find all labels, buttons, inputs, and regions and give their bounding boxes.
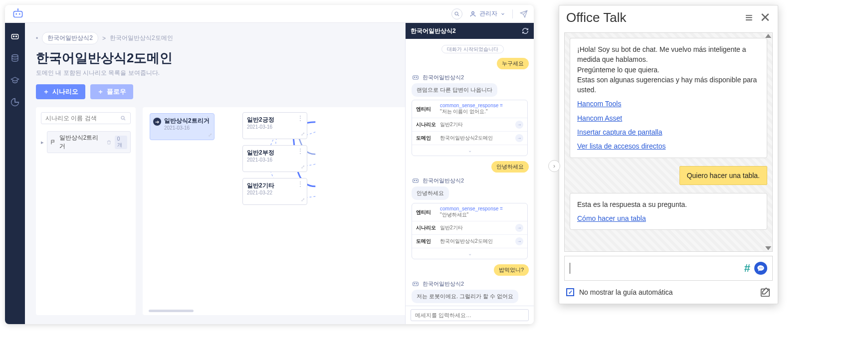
ot-title-bar: Office Talk ≡ ✕ bbox=[559, 5, 778, 29]
tree-item[interactable]: 일반상식2트리거 0개 bbox=[47, 131, 131, 153]
scenario-search[interactable] bbox=[41, 112, 131, 124]
nav-bot-icon[interactable] bbox=[9, 31, 20, 42]
breadcrumb-item-1[interactable]: 한국어일반상식2 bbox=[42, 32, 98, 44]
svg-point-20 bbox=[416, 180, 417, 181]
chat-test-panel: 한국어일반상식2 대화가 시작되었습니다 누구세요 한국어일반상식2 랜덤으로 … bbox=[405, 23, 534, 324]
ot-link-1[interactable]: Hancom Tools bbox=[577, 99, 760, 109]
close-icon[interactable]: ✕ bbox=[760, 10, 771, 25]
go-icon[interactable]: → bbox=[515, 121, 523, 129]
bot-icon bbox=[412, 280, 420, 288]
svg-point-4 bbox=[17, 8, 19, 9]
resize-icon[interactable]: ⤢ bbox=[301, 197, 305, 202]
start-badge-icon: ➔ bbox=[153, 118, 161, 126]
svg-point-17 bbox=[416, 77, 417, 78]
send-icon[interactable] bbox=[520, 10, 528, 18]
user-message: 밥먹었니? bbox=[412, 264, 529, 276]
flow-node-3[interactable]: 일반2기타 2021-03-22 ⋮ ⤢ bbox=[242, 178, 307, 205]
svg-point-2 bbox=[19, 13, 20, 14]
svg-point-5 bbox=[455, 12, 458, 15]
user-label: 관리자 bbox=[479, 9, 497, 18]
ot-input-area[interactable]: # bbox=[564, 256, 773, 281]
search-input[interactable] bbox=[45, 115, 120, 122]
chat-input[interactable] bbox=[411, 309, 529, 321]
svg-point-1 bbox=[15, 13, 17, 14]
hash-icon[interactable]: # bbox=[744, 262, 750, 275]
node-menu-icon[interactable]: ⋮ bbox=[204, 117, 211, 122]
svg-rect-0 bbox=[13, 11, 22, 17]
node-menu-icon[interactable]: ⋮ bbox=[297, 181, 304, 186]
auto-guide-label: No mostrar la guía automática bbox=[579, 288, 673, 296]
search-button[interactable] bbox=[451, 8, 462, 19]
svg-line-6 bbox=[458, 14, 459, 16]
node-menu-icon[interactable]: ⋮ bbox=[297, 149, 304, 154]
svg-line-14 bbox=[124, 119, 126, 121]
ot-link-3[interactable]: Insertar captura de pantalla bbox=[577, 127, 760, 137]
app-logo bbox=[11, 7, 25, 21]
user-message: 누구세요 bbox=[412, 58, 529, 69]
flow-node-start[interactable]: ➔ 일반상식2트리거 2021-03-16 ⋮ ⤢ bbox=[150, 113, 215, 140]
bot-icon bbox=[412, 177, 420, 184]
bot-header: 한국어일반상식2 bbox=[412, 73, 534, 81]
bot-message: 랜덤으로 다른 답변이 나옵니다 bbox=[412, 83, 497, 97]
trash-icon[interactable] bbox=[106, 140, 112, 145]
svg-point-11 bbox=[12, 55, 18, 57]
refresh-icon[interactable] bbox=[522, 27, 529, 34]
info-card: 엔티티common_sense_response ="저는 이름이 없어요." … bbox=[412, 100, 528, 156]
node-menu-icon[interactable]: ⋮ bbox=[297, 116, 304, 121]
nav-learn-icon[interactable] bbox=[9, 75, 20, 86]
ot-chat-body[interactable]: ¡Hola! Soy su bot de chat. Me vuelvo más… bbox=[564, 32, 773, 252]
scenario-list-panel: ▸ 일반상식2트리거 0개 bbox=[36, 107, 136, 315]
go-icon[interactable]: → bbox=[515, 134, 523, 142]
svg-point-25 bbox=[760, 268, 761, 269]
flag-icon bbox=[50, 139, 56, 145]
chat-input-area bbox=[406, 306, 534, 324]
svg-rect-21 bbox=[413, 282, 419, 286]
resize-icon[interactable]: ⤢ bbox=[208, 132, 212, 138]
chatbot-builder-window: 관리자 • 한국어일반상식2 > 한국어일반상식2도메인 한국어일반상식2도메인… bbox=[5, 5, 534, 324]
add-scenario-button[interactable]: ＋시나리오 bbox=[36, 84, 85, 99]
flow-node-2[interactable]: 일반2부정 2021-03-16 ⋮ ⤢ bbox=[242, 145, 307, 172]
chat-body[interactable]: 대화가 시작되었습니다 누구세요 한국어일반상식2 랜덤으로 다른 답변이 나옵… bbox=[406, 39, 534, 306]
svg-rect-15 bbox=[413, 76, 419, 79]
flow-node-1[interactable]: 일반2긍정 2021-03-16 ⋮ ⤢ bbox=[242, 112, 307, 139]
send-bubble-icon[interactable] bbox=[754, 262, 767, 275]
go-icon[interactable]: → bbox=[515, 237, 523, 245]
go-icon[interactable]: → bbox=[515, 224, 523, 232]
bot-message: 저는 로봇이에요. 그럴리가 할 수 없어요 bbox=[412, 290, 518, 303]
auto-guide-checkbox[interactable]: ✓ bbox=[566, 288, 574, 296]
svg-point-22 bbox=[414, 283, 415, 284]
chat-header: 한국어일반상식2 bbox=[406, 23, 534, 39]
breadcrumb-item-2: 한국어일반상식2도메인 bbox=[110, 34, 173, 42]
svg-point-7 bbox=[472, 11, 474, 14]
scroll-up-icon[interactable] bbox=[765, 34, 771, 38]
nav-stats-icon[interactable] bbox=[9, 97, 20, 108]
collapse-icon[interactable]: ⌄ bbox=[412, 145, 527, 156]
resize-icon[interactable]: ⤢ bbox=[301, 164, 305, 170]
office-talk-window: › Office Talk ≡ ✕ ¡Hola! Soy su bot de c… bbox=[559, 5, 778, 304]
resize-icon[interactable]: ⤢ bbox=[301, 131, 305, 137]
text-caret bbox=[570, 263, 570, 274]
svg-point-10 bbox=[15, 36, 16, 37]
user-menu[interactable]: 관리자 bbox=[469, 9, 505, 18]
nav-data-icon[interactable] bbox=[9, 53, 20, 64]
ot-footer: ✓ No mostrar la guía automática bbox=[559, 281, 778, 304]
expand-handle-icon[interactable]: › bbox=[548, 160, 560, 172]
ot-bot-answer: Esta es la respuesta a su pregunta. Cómo… bbox=[570, 193, 767, 230]
ot-user-message: Quiero hacer una tabla. bbox=[570, 166, 767, 185]
edit-icon[interactable] bbox=[760, 287, 771, 298]
canvas-h-scrollbar[interactable] bbox=[149, 310, 194, 312]
tree-item-count: 0개 bbox=[115, 136, 127, 149]
info-card: 엔티티common_sense_response ="안녕하세요" 시나리오일반… bbox=[412, 203, 528, 259]
add-flow-button[interactable]: ＋플로우 bbox=[90, 84, 133, 99]
svg-rect-18 bbox=[413, 179, 419, 182]
user-message: 안녕하세요 bbox=[412, 161, 529, 173]
menu-icon[interactable]: ≡ bbox=[745, 10, 753, 25]
scroll-down-icon[interactable] bbox=[765, 246, 771, 250]
ot-link-4[interactable]: Ver lista de accesos directos bbox=[577, 141, 760, 151]
svg-rect-8 bbox=[11, 34, 18, 39]
collapse-icon[interactable]: ⌄ bbox=[412, 248, 527, 259]
ot-link-2[interactable]: Hancom Asset bbox=[577, 113, 760, 123]
ot-title: Office Talk bbox=[566, 10, 626, 25]
tree-toggle-icon[interactable]: ▸ bbox=[41, 139, 44, 146]
ot-answer-link[interactable]: Cómo hacer una tabla bbox=[577, 213, 760, 223]
